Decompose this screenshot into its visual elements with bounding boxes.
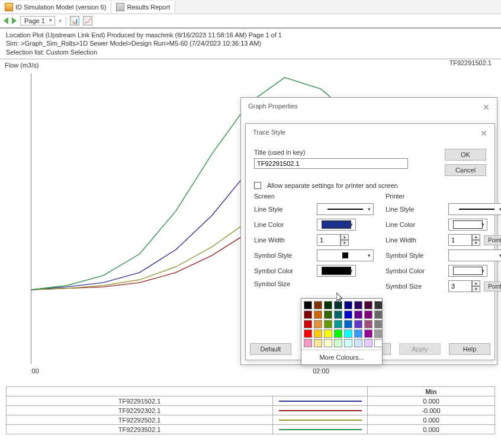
line-style-select[interactable] <box>317 203 374 215</box>
color-swatch[interactable] <box>364 311 372 319</box>
tab-label: Results Report <box>127 4 170 11</box>
legend-col-min: Min <box>368 387 495 396</box>
printer-ss-units[interactable]: Points <box>484 281 501 292</box>
dialog-title: Graph Properties <box>248 103 298 112</box>
color-swatch[interactable] <box>344 320 352 328</box>
help-button[interactable]: Help <box>449 343 490 355</box>
trace-label-top: TF92291502.1 <box>449 59 492 66</box>
dialog-title: Trace Style <box>253 129 285 138</box>
color-swatch[interactable] <box>304 301 312 309</box>
svg-text:02:00: 02:00 <box>313 367 329 375</box>
color-swatch[interactable] <box>374 320 383 328</box>
allow-separate-label: Allow separate settings for printer and … <box>267 182 398 189</box>
printer-symbol-style-select[interactable] <box>448 249 501 261</box>
table-row: TF92291502.10.000 <box>7 396 495 406</box>
color-swatch[interactable] <box>344 311 352 319</box>
more-colours-button[interactable]: More Colours... <box>301 350 382 364</box>
symbol-color-select[interactable] <box>317 265 356 277</box>
printer-line-style-select[interactable] <box>448 203 501 215</box>
color-swatch[interactable] <box>374 339 383 347</box>
printer-line-width-input[interactable] <box>448 234 472 246</box>
title-field-label: Title (used in key) <box>254 149 433 156</box>
line-color-select[interactable] <box>317 219 356 231</box>
color-swatch[interactable] <box>374 301 383 309</box>
printer-settings: Printer Line Style Line Color Line Width… <box>386 193 501 296</box>
header-line3: Selection list: Custom Selection <box>6 48 495 56</box>
color-swatch[interactable] <box>334 311 342 319</box>
color-swatch[interactable] <box>314 329 322 338</box>
color-swatch[interactable] <box>314 339 322 347</box>
legend-table: Min TF92291502.10.000TF92292302.1-0.000T… <box>6 386 495 434</box>
color-swatch[interactable] <box>324 329 332 338</box>
color-swatch[interactable] <box>374 329 383 338</box>
color-swatch[interactable] <box>304 339 312 347</box>
tab-results[interactable]: Results Report <box>111 1 175 13</box>
color-swatch[interactable] <box>324 301 332 309</box>
color-swatch[interactable] <box>334 301 342 309</box>
prev-page-icon[interactable] <box>4 17 8 24</box>
color-swatch[interactable] <box>304 320 312 328</box>
color-swatch[interactable] <box>314 320 322 328</box>
close-icon[interactable]: ✕ <box>480 129 487 138</box>
chart-tool2-icon[interactable]: 📈 <box>83 16 92 25</box>
color-swatch[interactable] <box>334 339 342 347</box>
color-swatch[interactable] <box>354 339 362 347</box>
model-icon <box>5 3 13 11</box>
color-swatch[interactable] <box>364 320 372 328</box>
table-row: TF92292302.1-0.000 <box>7 406 495 415</box>
apply-button[interactable]: Apply <box>399 343 441 355</box>
close-icon[interactable]: ✕ <box>483 103 490 112</box>
printer-lw-units[interactable]: Points <box>484 235 501 245</box>
report-header: Location Plot (Upstream Link End) Produc… <box>0 28 501 59</box>
color-swatch[interactable] <box>354 329 362 338</box>
toolbar: Page 1 ▾ 📊 📈 <box>0 14 501 28</box>
printer-symbol-color-select[interactable] <box>448 265 487 277</box>
symbol-style-select[interactable] <box>317 249 374 261</box>
tab-model[interactable]: ID Simulation Model (version 6) <box>0 1 111 13</box>
color-swatch[interactable] <box>374 311 383 319</box>
printer-symbol-size-input[interactable] <box>448 280 472 292</box>
color-swatch[interactable] <box>364 339 372 347</box>
color-swatch[interactable] <box>354 320 362 328</box>
defaults-button[interactable]: Default <box>250 343 291 355</box>
table-row: TF92292502.10.000 <box>7 415 495 425</box>
tab-bar: ID Simulation Model (version 6) Results … <box>0 0 501 14</box>
line-width-input[interactable] <box>317 234 341 246</box>
report-icon <box>116 3 124 11</box>
color-swatch[interactable] <box>334 329 342 338</box>
color-swatch[interactable] <box>324 339 332 347</box>
table-row: TF92293502.10.000 <box>7 425 495 434</box>
color-swatch[interactable] <box>304 329 312 338</box>
color-swatch[interactable] <box>314 301 322 309</box>
color-swatch[interactable] <box>334 320 342 328</box>
color-swatch[interactable] <box>354 301 362 309</box>
printer-line-color-select[interactable] <box>448 219 487 231</box>
next-page-icon[interactable] <box>12 17 17 24</box>
color-swatch[interactable] <box>304 311 312 319</box>
color-swatch[interactable] <box>364 301 372 309</box>
screen-settings: Screen Line Style Line Color Line Width … <box>254 193 374 296</box>
title-input[interactable] <box>254 158 408 169</box>
color-swatch[interactable] <box>344 329 352 338</box>
tab-label: ID Simulation Model (version 6) <box>15 4 106 11</box>
color-swatch[interactable] <box>324 311 332 319</box>
color-picker-popup: More Colours... <box>301 298 383 365</box>
page-select[interactable]: Page 1 <box>20 16 55 25</box>
svg-text:00:00: 00:00 <box>31 367 39 375</box>
color-swatch[interactable] <box>314 311 322 319</box>
chart-tool-icon[interactable]: 📊 <box>70 16 79 25</box>
color-swatch[interactable] <box>344 301 352 309</box>
color-swatch[interactable] <box>344 339 352 347</box>
header-line1: Location Plot (Upstream Link End) Produc… <box>6 31 495 39</box>
ok-button[interactable]: OK <box>445 149 486 161</box>
color-swatch[interactable] <box>324 320 332 328</box>
color-swatch[interactable] <box>364 329 372 338</box>
color-swatch[interactable] <box>354 311 362 319</box>
allow-separate-checkbox[interactable] <box>254 182 261 189</box>
header-line2: Sim: >Graph_Sim_Rslts>1D Sewer Model>Des… <box>6 39 495 47</box>
cancel-button[interactable]: Cancel <box>445 164 486 176</box>
